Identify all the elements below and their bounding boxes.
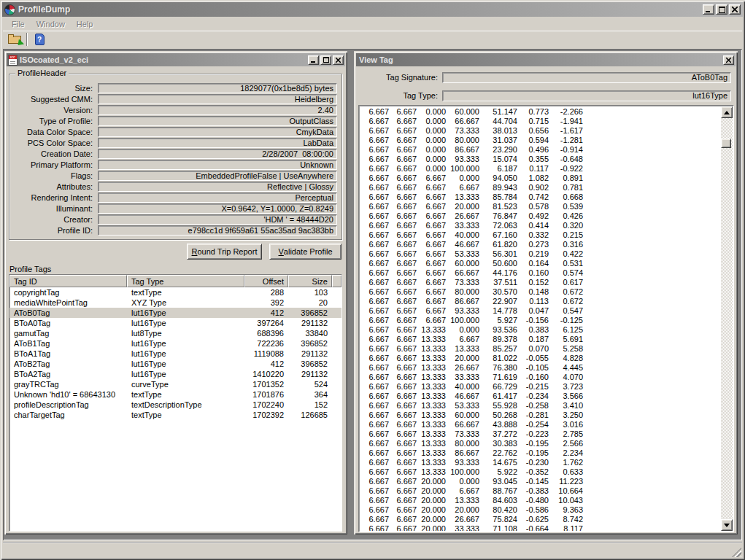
list-item[interactable]: 6.6676.6676.6670.00094.0501.0820.891 [360, 174, 721, 183]
list-item[interactable]: 6.6676.6676.6676.66789.9430.9020.781 [360, 183, 721, 192]
scroll-up-button[interactable] [721, 106, 733, 118]
field-value-box[interactable]: CmykData [98, 127, 337, 137]
field-value-box[interactable]: Perceptual [98, 192, 337, 203]
table-row[interactable]: gamutTaglut8Type68839633840 [9, 328, 341, 338]
scrollbar-thumb[interactable] [721, 139, 731, 148]
list-item[interactable]: 6.6676.66713.33393.33314.675-0.2301.762 [360, 458, 721, 467]
resize-grip[interactable] [732, 548, 741, 557]
field-value-box[interactable]: OutputClass [98, 116, 337, 126]
list-item[interactable]: 6.6676.6676.66760.00050.6000.1640.531 [360, 259, 721, 268]
list-item[interactable]: 6.6676.6676.66793.33314.7780.0470.547 [360, 306, 721, 316]
list-item[interactable]: 6.6676.66713.33346.66761.417-0.2343.566 [360, 392, 721, 401]
field-value-box[interactable]: 'HDM ' = 48444D20 [98, 214, 337, 225]
list-item[interactable]: 6.6676.66713.33386.66722.762-0.1952.234 [360, 448, 721, 458]
field-value-box[interactable]: Unknown [98, 160, 337, 170]
view-tag-title-bar[interactable]: View Tag [356, 53, 736, 66]
field-value-box[interactable]: LabData [98, 138, 337, 148]
list-item[interactable]: 6.6676.6670.00073.33338.0130.656-1.617 [360, 126, 721, 136]
maximize-button[interactable] [716, 4, 727, 15]
list-item[interactable]: 6.6676.6676.66766.66744.1760.1600.574 [360, 268, 721, 278]
table-row[interactable]: Unknown 'hd10' = 68643130textType1701876… [9, 389, 341, 400]
column-header-offset[interactable]: Offset [244, 275, 288, 287]
scroll-down-button[interactable] [721, 519, 733, 531]
help-button[interactable]: ? [30, 31, 49, 47]
list-item[interactable]: 6.6676.66713.33360.00050.268-0.2813.250 [360, 411, 721, 420]
list-item[interactable]: 6.6676.6676.66733.33372.0630.4140.320 [360, 221, 721, 230]
minimize-button[interactable] [703, 4, 714, 15]
list-item[interactable]: 6.6676.6670.00066.66744.7040.715-1.941 [360, 117, 721, 126]
table-row[interactable]: mediaWhitePointTagXYZ Type39220 [9, 298, 341, 308]
title-bar[interactable]: ProfileDump [2, 2, 743, 17]
list-item[interactable]: 6.6676.6676.66740.00067.1600.3320.215 [360, 230, 721, 240]
list-item[interactable]: 6.6676.66713.33340.00066.729-0.2153.723 [360, 382, 721, 392]
list-item[interactable]: 6.6676.6670.000100.0006.1870.117-0.922 [360, 164, 721, 174]
table-row[interactable]: BToA0Taglut16Type397264291132 [9, 318, 341, 328]
list-item[interactable]: 6.6676.66713.33366.66743.888-0.2543.016 [360, 420, 721, 429]
list-item[interactable]: 6.6676.66713.33313.33385.2570.0705.258 [360, 344, 721, 354]
table-row[interactable]: grayTRCTagcurveType1701352524 [9, 379, 341, 389]
round-trip-report-button[interactable]: Round Trip Report [187, 244, 262, 260]
table-row[interactable]: BToA2Taglut16Type1410220291132 [9, 369, 341, 379]
field-value-box[interactable]: 1829077(0x1be8d5) bytes [98, 83, 337, 93]
table-row[interactable]: charTargetTagtextType1702392126685 [9, 410, 341, 420]
menu-window[interactable]: Window [31, 19, 70, 29]
vertical-scrollbar[interactable] [721, 106, 733, 531]
table-row[interactable]: copyrightTagtextType288103 [9, 287, 341, 298]
column-header-tag-type[interactable]: Tag Type [127, 275, 244, 287]
list-item[interactable]: 6.6676.6676.66773.33337.5110.1520.617 [360, 278, 721, 287]
validate-profile-button[interactable]: Validate Profile [269, 244, 341, 260]
profile-window-title-bar[interactable]: ICC ISOcoated_v2_eci [7, 53, 345, 66]
field-value-box[interactable]: EmbeddedProfileFalse | UseAnywhere [98, 171, 337, 181]
list-item[interactable]: 6.6676.6676.66726.66776.8470.4920.426 [360, 211, 721, 221]
field-value-box[interactable]: Heidelberg [98, 94, 337, 104]
table-row[interactable]: AToB0Taglut16Type412396852 [9, 308, 341, 318]
list-item[interactable]: 6.6676.66720.00013.33384.603-0.48010.043 [360, 496, 721, 505]
profile-maximize-button[interactable] [320, 55, 331, 65]
profile-close-button[interactable] [333, 55, 344, 65]
list-item[interactable]: 6.6676.66713.33333.33371.619-0.1604.070 [360, 373, 721, 382]
menu-file[interactable]: File [7, 19, 30, 29]
close-button[interactable] [729, 4, 741, 15]
column-header-size[interactable]: Size [288, 275, 332, 287]
list-item[interactable]: 6.6676.66720.00033.33371.108-0.6648.117 [360, 524, 721, 531]
list-item[interactable]: 6.6676.66720.0006.66788.767-0.38310.664 [360, 486, 721, 496]
field-value-box[interactable]: e798cc1d 9f659a61 55ac35ad 9ac383bb [98, 225, 337, 236]
list-item[interactable]: 6.6676.6670.00060.00051.1470.773-2.266 [360, 107, 721, 117]
list-item[interactable]: 6.6676.6676.66753.33356.3010.2190.422 [360, 249, 721, 259]
list-item[interactable]: 6.6676.66713.3336.66789.3780.1875.691 [360, 335, 721, 344]
list-item[interactable]: 6.6676.66713.33326.66776.380-0.1054.445 [360, 363, 721, 373]
field-value-box[interactable]: X=0.9642, Y=1.0000, Z=0.8249 [98, 203, 337, 214]
scrollbar-track[interactable] [721, 118, 733, 519]
table-row[interactable]: profileDescriptionTagtextDescriptionType… [9, 400, 341, 410]
list-item[interactable]: 6.6676.6670.00086.66723.2900.496-0.914 [360, 145, 721, 155]
list-item[interactable]: 6.6676.6676.66720.00081.5230.5780.539 [360, 202, 721, 211]
field-value-box[interactable]: AToB0Tag [442, 72, 731, 83]
field-value-box[interactable]: 2/28/2007 08:00:00 [98, 149, 337, 159]
list-item[interactable]: 6.6676.66713.33373.33337.272-0.2232.785 [360, 429, 721, 439]
list-item[interactable]: 6.6676.6676.66780.00030.5700.1480.672 [360, 287, 721, 297]
list-item[interactable]: 6.6676.66720.00020.00080.420-0.5869.363 [360, 505, 721, 515]
list-item[interactable]: 6.6676.66720.0000.00093.045-0.14511.223 [360, 477, 721, 486]
list-item[interactable]: 6.6676.6670.00093.33315.0740.355-0.648 [360, 155, 721, 164]
field-value-box[interactable]: Reflective | Glossy [98, 182, 337, 192]
column-header-tag-id[interactable]: Tag ID [9, 275, 127, 287]
view-tag-close-button[interactable] [723, 55, 734, 65]
profile-minimize-button[interactable] [308, 55, 319, 65]
list-item[interactable]: 6.6676.6676.66786.66722.9070.1130.672 [360, 297, 721, 306]
list-item[interactable]: 6.6676.6676.66713.33385.7840.7420.668 [360, 192, 721, 202]
list-item[interactable]: 6.6676.6670.00080.00031.0370.594-1.281 [360, 136, 721, 145]
list-item[interactable]: 6.6676.66713.3330.00093.5360.3836.125 [360, 325, 721, 335]
list-item[interactable]: 6.6676.66720.00026.66775.824-0.6258.742 [360, 515, 721, 524]
list-item[interactable]: 6.6676.66713.33380.00030.383-0.1952.566 [360, 439, 721, 448]
list-item[interactable]: 6.6676.6676.66746.66761.8200.2730.316 [360, 240, 721, 249]
list-item[interactable]: 6.6676.66713.33353.33355.928-0.2583.410 [360, 401, 721, 411]
table-row[interactable]: AToB2Taglut16Type412396852 [9, 359, 341, 369]
table-row[interactable]: AToB1Taglut16Type722236396852 [9, 338, 341, 349]
open-profile-button[interactable] [5, 31, 24, 47]
field-value-box[interactable]: lut16Type [442, 90, 731, 101]
list-item[interactable]: 6.6676.66713.33320.00081.022-0.0554.828 [360, 354, 721, 363]
field-value-box[interactable]: 2.40 [98, 105, 337, 115]
list-item[interactable]: 6.6676.6676.667100.0005.927-0.156-0.125 [360, 316, 721, 325]
table-row[interactable]: BToA1Taglut16Type1119088291132 [9, 349, 341, 359]
menu-help[interactable]: Help [72, 19, 99, 29]
